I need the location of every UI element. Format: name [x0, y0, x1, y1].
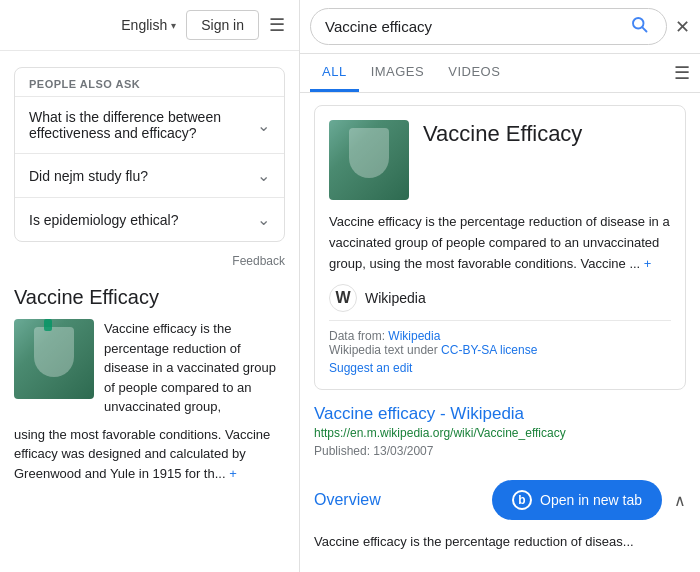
data-from-link[interactable]: Wikipedia [388, 329, 440, 343]
search-bar: ✕ [300, 0, 700, 54]
paa-item[interactable]: Did nejm study flu? ⌄ [15, 153, 284, 197]
paa-question-3: Is epidemiology ethical? [29, 212, 178, 228]
bing-icon: b [512, 490, 532, 510]
suggest-edit-link[interactable]: Suggest an edit [329, 361, 671, 375]
result-short-text: Vaccine efficacy is the percentage reduc… [104, 319, 285, 417]
search-button[interactable] [626, 15, 652, 38]
divider [329, 320, 671, 321]
open-tab-label: Open in new tab [540, 492, 642, 508]
tab-all[interactable]: ALL [310, 54, 359, 92]
svg-line-1 [642, 27, 646, 31]
result-link-title[interactable]: Vaccine efficacy - Wikipedia [314, 404, 686, 424]
chevron-up-icon[interactable]: ∧ [674, 491, 686, 510]
data-from: Data from: Wikipedia [329, 329, 671, 343]
language-label: English [121, 17, 167, 33]
result-full-text: using the most favorable conditions. Vac… [14, 425, 285, 484]
result-url[interactable]: https://en.m.wikipedia.org/wiki/Vaccine_… [314, 426, 686, 440]
chevron-down-icon: ⌄ [257, 116, 270, 135]
paa-label: PEOPLE ALSO ASK [15, 68, 284, 96]
paa-item[interactable]: What is the difference between effective… [15, 96, 284, 153]
chevron-down-icon: ⌄ [257, 210, 270, 229]
result-content: Vaccine efficacy is the percentage reduc… [14, 319, 285, 417]
kc-description: Vaccine efficacy is the percentage reduc… [329, 212, 671, 274]
search-result: Vaccine efficacy - Wikipedia https://en.… [314, 404, 686, 552]
paa-item[interactable]: Is epidemiology ethical? ⌄ [15, 197, 284, 241]
language-button[interactable]: English ▾ [121, 17, 176, 33]
left-panel: English ▾ Sign in ☰ PEOPLE ALSO ASK What… [0, 0, 300, 572]
close-button[interactable]: ✕ [675, 16, 690, 38]
kc-header: Vaccine Efficacy [329, 120, 671, 200]
kc-more-link[interactable]: + [644, 256, 652, 271]
paa-question-2: Did nejm study flu? [29, 168, 148, 184]
result-title: Vaccine Efficacy [14, 286, 285, 309]
right-panel: ✕ ALL IMAGES VIDEOS ☰ Vaccine Efficacy V… [300, 0, 700, 572]
overview-label[interactable]: Overview [314, 491, 381, 509]
language-arrow-icon: ▾ [171, 20, 176, 31]
overview-bar: Overview b Open in new tab ∧ [314, 464, 686, 532]
result-more-link[interactable]: + [229, 466, 237, 481]
people-also-ask-section: PEOPLE ALSO ASK What is the difference b… [14, 67, 285, 242]
feedback-text[interactable]: Feedback [0, 250, 299, 276]
sign-in-button[interactable]: Sign in [186, 10, 259, 40]
search-input[interactable] [325, 18, 626, 35]
wikipedia-label: Wikipedia [365, 290, 426, 306]
kc-image [329, 120, 409, 200]
wiki-source: W Wikipedia [329, 284, 671, 312]
main-result-section: Vaccine Efficacy Vaccine efficacy is the… [0, 276, 299, 493]
result-snippet: Vaccine efficacy is the percentage reduc… [314, 532, 686, 552]
open-new-tab-button[interactable]: b Open in new tab [492, 480, 662, 520]
chevron-down-icon: ⌄ [257, 166, 270, 185]
knowledge-card: Vaccine Efficacy Vaccine efficacy is the… [314, 105, 686, 390]
tabs-menu-icon[interactable]: ☰ [674, 62, 690, 84]
license-link[interactable]: CC-BY-SA license [441, 343, 537, 357]
result-image [14, 319, 94, 399]
license-info: Wikipedia text under CC-BY-SA license [329, 343, 671, 357]
kc-title: Vaccine Efficacy [423, 120, 582, 149]
tab-videos[interactable]: VIDEOS [436, 54, 512, 92]
menu-icon[interactable]: ☰ [269, 14, 285, 36]
result-date: Published: 13/03/2007 [314, 444, 686, 458]
tabs-bar: ALL IMAGES VIDEOS ☰ [300, 54, 700, 93]
left-header: English ▾ Sign in ☰ [0, 0, 299, 51]
search-input-wrap [310, 8, 667, 45]
tab-images[interactable]: IMAGES [359, 54, 437, 92]
wikipedia-icon: W [329, 284, 357, 312]
paa-question-1: What is the difference between effective… [29, 109, 257, 141]
right-content: Vaccine Efficacy Vaccine efficacy is the… [300, 93, 700, 572]
